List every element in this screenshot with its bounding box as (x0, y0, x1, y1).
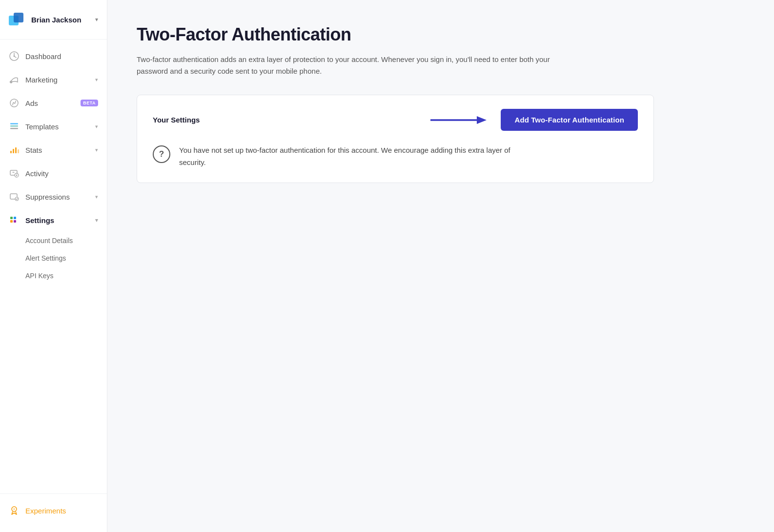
page-title: Two-Factor Authentication (137, 24, 745, 45)
sidebar-item-templates[interactable]: Templates ▾ (0, 115, 107, 138)
ads-icon (9, 98, 20, 108)
settings-subnav: Account Details Alert Settings API Keys (0, 232, 107, 285)
brand-name: Brian Jackson (31, 16, 95, 24)
stats-icon (9, 144, 20, 155)
marketing-chevron-icon: ▾ (95, 77, 98, 83)
add-2fa-button[interactable]: Add Two-Factor Authentication (501, 109, 638, 131)
sidebar: Brian Jackson ▾ Dashboard (0, 0, 107, 532)
suppressions-icon (9, 191, 20, 202)
svg-rect-6 (10, 123, 18, 124)
sidebar-label-suppressions: Suppressions (25, 193, 95, 201)
arrow-graphic (430, 113, 489, 127)
sidebar-item-ads[interactable]: Ads BETA (0, 91, 107, 115)
svg-rect-20 (10, 220, 13, 223)
svg-rect-7 (10, 125, 18, 127)
svg-rect-21 (14, 220, 16, 223)
sidebar-label-activity: Activity (25, 169, 98, 178)
page-description: Two-factor authentication adds an extra … (137, 54, 576, 77)
svg-point-3 (14, 56, 15, 57)
settings-card-body: ? You have not set up two-factor authent… (153, 144, 638, 169)
svg-point-17 (15, 197, 19, 201)
svg-rect-12 (18, 149, 19, 153)
settings-message: You have not set up two-factor authentic… (179, 144, 521, 169)
svg-rect-18 (10, 217, 13, 219)
brand-header[interactable]: Brian Jackson ▾ (0, 0, 107, 40)
main-content: Two-Factor Authentication Two-factor aut… (107, 0, 774, 532)
subnav-api-keys[interactable]: API Keys (0, 267, 107, 285)
sidebar-nav: Dashboard Marketing ▾ Ads BETA (0, 40, 107, 493)
svg-rect-10 (13, 149, 14, 153)
suppressions-chevron-icon: ▾ (95, 194, 98, 200)
sidebar-label-dashboard: Dashboard (25, 52, 98, 61)
settings-icon (9, 215, 20, 225)
dashboard-icon (9, 51, 20, 61)
templates-chevron-icon: ▾ (95, 123, 98, 130)
sidebar-label-settings: Settings (25, 216, 95, 225)
experiments-icon (9, 505, 20, 516)
templates-icon (9, 121, 20, 132)
question-mark-icon: ? (153, 145, 170, 163)
sidebar-item-stats[interactable]: Stats ▾ (0, 138, 107, 162)
subnav-alert-settings[interactable]: Alert Settings (0, 249, 107, 267)
settings-card-label: Your Settings (153, 116, 200, 124)
svg-rect-1 (14, 13, 23, 22)
svg-rect-8 (10, 128, 18, 129)
svg-marker-25 (477, 116, 487, 124)
sidebar-item-dashboard[interactable]: Dashboard (0, 44, 107, 68)
sidebar-item-experiments[interactable]: Experiments (0, 499, 107, 522)
brand-logo-icon (9, 11, 26, 28)
arrow-icon (430, 113, 489, 127)
experiments-label: Experiments (25, 507, 66, 515)
stats-chevron-icon: ▾ (95, 147, 98, 153)
sidebar-label-ads: Ads (25, 99, 78, 107)
settings-card: Your Settings Add Two-Factor Authenticat… (137, 95, 654, 183)
sidebar-label-templates: Templates (25, 123, 95, 131)
sidebar-label-marketing: Marketing (25, 76, 95, 84)
svg-rect-9 (10, 151, 12, 153)
sidebar-item-marketing[interactable]: Marketing ▾ (0, 68, 107, 91)
svg-point-15 (16, 175, 18, 176)
arrow-button-wrapper: Add Two-Factor Authentication (430, 109, 638, 131)
marketing-icon (9, 74, 20, 85)
svg-rect-19 (14, 217, 16, 219)
settings-chevron-icon: ▾ (95, 217, 98, 224)
sidebar-item-activity[interactable]: Activity (0, 162, 107, 185)
activity-icon (9, 168, 20, 179)
svg-rect-11 (15, 147, 17, 153)
brand-chevron-icon: ▾ (95, 16, 98, 23)
settings-card-header: Your Settings Add Two-Factor Authenticat… (153, 109, 638, 131)
svg-point-23 (13, 508, 15, 510)
sidebar-bottom: Experiments (0, 493, 107, 522)
sidebar-label-stats: Stats (25, 146, 95, 154)
sidebar-item-suppressions[interactable]: Suppressions ▾ (0, 185, 107, 208)
subnav-account-details[interactable]: Account Details (0, 232, 107, 249)
sidebar-item-settings[interactable]: Settings ▾ (0, 208, 107, 232)
beta-badge: BETA (81, 100, 98, 106)
